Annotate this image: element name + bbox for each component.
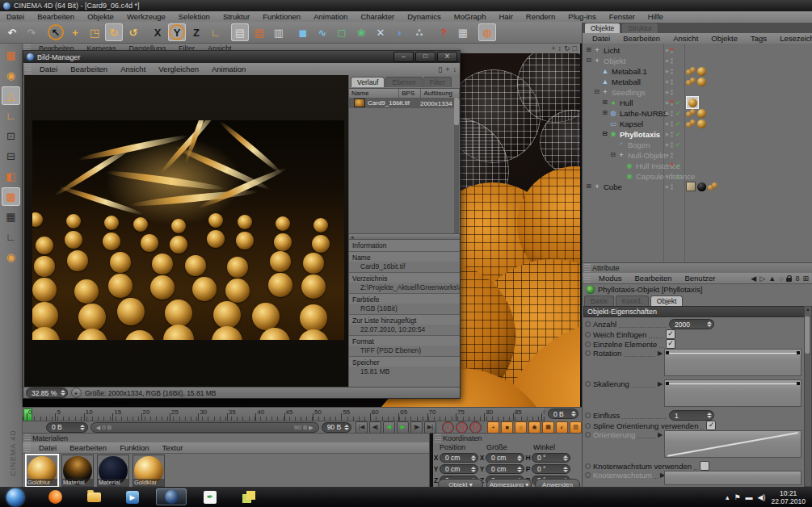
- taskbar-cinema4d[interactable]: [156, 488, 187, 505]
- minimize-button[interactable]: –: [393, 52, 414, 62]
- taskbar-explorer[interactable]: [78, 488, 109, 505]
- content-browser-icon[interactable]: ▦: [454, 23, 472, 41]
- spline-curve-widget[interactable]: [664, 379, 801, 407]
- tab-verlauf[interactable]: Verlauf: [351, 77, 385, 87]
- frame-field[interactable]: 0 B: [46, 422, 88, 433]
- taskbar-clock[interactable]: 10:21 22.07.2010: [771, 489, 806, 505]
- tree-row-bogen[interactable]: ◜Bogen✓: [583, 140, 812, 149]
- points-mode-icon[interactable]: ⊡: [2, 127, 20, 145]
- tree-row-cube[interactable]: ⊞+Cube: [583, 182, 812, 191]
- visibility-toggles[interactable]: [665, 48, 683, 53]
- menu-main-objekte[interactable]: Objekte: [81, 12, 120, 21]
- texture-tag-icon[interactable]: [697, 67, 706, 76]
- dock-panel-icon[interactable]: ↓: [453, 65, 457, 73]
- close-button[interactable]: X: [437, 52, 457, 62]
- animation-dot[interactable]: [585, 332, 591, 337]
- visibility-toggles[interactable]: ✓: [665, 173, 683, 180]
- tab-struktur[interactable]: Struktur: [621, 23, 658, 33]
- menu-om-ansicht[interactable]: Ansicht: [667, 34, 705, 43]
- fit-image-button[interactable]: ▸: [71, 388, 82, 398]
- expand-arrow-icon[interactable]: ▶: [658, 380, 664, 388]
- add-modeling-icon[interactable]: ❀: [352, 23, 370, 41]
- expand-toggle[interactable]: ⊞: [586, 48, 591, 53]
- taskbar-firefox[interactable]: [40, 488, 70, 505]
- menu-om-objekte[interactable]: Objekte: [705, 34, 744, 43]
- tree-row-hull[interactable]: ⊞●Hull✓: [583, 98, 812, 107]
- animation-dot[interactable]: [585, 321, 591, 327]
- add-nurbs-icon[interactable]: ◻: [333, 23, 351, 41]
- menu-om-datei[interactable]: Datei: [586, 34, 616, 43]
- animation-mode-icon[interactable]: ◉: [2, 248, 20, 266]
- network-icon[interactable]: ▬: [746, 493, 753, 501]
- tree-row-kapsel[interactable]: ▭Kapsel✓: [583, 119, 812, 128]
- menu-main-struktur[interactable]: Struktur: [217, 12, 256, 21]
- menu-main-rendern[interactable]: Rendern: [520, 12, 562, 21]
- pan-view-icon[interactable]: +: [551, 44, 555, 52]
- menu-main-fenster[interactable]: Fenster: [603, 12, 642, 21]
- attr-value-field[interactable]: 2000: [669, 319, 714, 329]
- menu-bm-vergleichen[interactable]: Vergleichen: [152, 65, 205, 73]
- object-axis-mode-icon[interactable]: ∟: [2, 107, 20, 125]
- online-updater-icon[interactable]: ◍: [478, 23, 496, 41]
- frame-range-slider[interactable]: ◀ 0 B 90 B ▶: [90, 422, 319, 433]
- menu-main-mograph[interactable]: MoGraph: [448, 12, 493, 21]
- material-goldblur[interactable]: Goldblur: [26, 455, 58, 487]
- visibility-toggles[interactable]: ✓: [665, 131, 683, 138]
- panel-grip[interactable]: [435, 434, 441, 442]
- panel-grip[interactable]: [584, 274, 591, 283]
- x-axis-lock-icon[interactable]: X: [149, 23, 166, 41]
- menu-main-animation[interactable]: Animation: [307, 12, 354, 21]
- model-mode-icon[interactable]: △: [2, 86, 20, 105]
- lock-icon[interactable]: [786, 275, 792, 282]
- action-center-icon[interactable]: ⚑: [734, 493, 740, 501]
- menu-bm-bearbeiten[interactable]: Bearbeiten: [64, 65, 114, 73]
- texture-axis-mode-icon[interactable]: ▦: [2, 207, 20, 226]
- panel-grip[interactable]: [584, 264, 591, 272]
- tab-objekte[interactable]: Objekte: [584, 23, 621, 33]
- menu-om-tags[interactable]: Tags: [744, 34, 773, 43]
- tree-row-metaball-1[interactable]: ▲Metaball.1: [583, 66, 812, 76]
- undo-icon[interactable]: ↶: [3, 23, 21, 41]
- add-deformer-icon[interactable]: ✕: [372, 23, 389, 41]
- animation-dot[interactable]: [585, 350, 591, 356]
- render-picture-viewer-icon[interactable]: ▤: [250, 23, 268, 41]
- material-goldklar[interactable]: Goldklar: [133, 455, 165, 487]
- spline-curve-widget[interactable]: [664, 349, 801, 376]
- zoom-level-field[interactable]: 32.85 %: [26, 388, 68, 398]
- visibility-toggles[interactable]: ✓: [665, 99, 683, 107]
- menu-main-funktionen[interactable]: Funktionen: [256, 12, 307, 21]
- tab-filter[interactable]: Filter: [423, 77, 452, 87]
- visibility-toggles[interactable]: [665, 69, 683, 74]
- tab-objekt[interactable]: Objekt: [650, 295, 684, 306]
- expand-arrow-icon[interactable]: ▶: [658, 350, 664, 357]
- add-panel-icon[interactable]: ⊞: [802, 274, 809, 283]
- current-frame-field[interactable]: 0 B: [548, 409, 578, 419]
- expand-toggle[interactable]: ⊞: [602, 100, 608, 106]
- edges-mode-icon[interactable]: ⊟: [2, 147, 20, 166]
- panel-grip[interactable]: [25, 65, 32, 73]
- expand-toggle[interactable]: ⊞: [586, 184, 591, 190]
- material-tag-icon[interactable]: [686, 67, 696, 76]
- menu-am-benutzer[interactable]: Benutzer: [678, 274, 722, 283]
- play-backward-button[interactable]: ◀: [383, 421, 395, 434]
- menu-om-lesezeichen[interactable]: Lesezeichen: [773, 34, 812, 43]
- play-button[interactable]: ▶: [397, 421, 409, 434]
- layout-grid-icon[interactable]: ▦: [2, 46, 20, 65]
- end-frame-field[interactable]: 90 B: [322, 422, 351, 433]
- tree-row-null-objekt[interactable]: ⊟+Null-Objekt: [583, 150, 812, 160]
- coordinate-field[interactable]: 0 cm: [440, 464, 478, 474]
- autokey-mode-button[interactable]: ◉: [528, 421, 541, 434]
- autokey-button[interactable]: ■: [501, 421, 513, 434]
- animation-dot[interactable]: [585, 381, 591, 387]
- attr-checkbox[interactable]: ✓: [706, 421, 716, 430]
- coordinate-field[interactable]: 0 °: [532, 464, 570, 474]
- menu-bm-datei[interactable]: Datei: [33, 65, 64, 73]
- menu-main-charakter[interactable]: Charakter: [354, 12, 401, 21]
- attr-checkbox[interactable]: ✓: [666, 329, 675, 339]
- history-back-icon[interactable]: ◀: [751, 274, 756, 283]
- material-tag-icon[interactable]: [686, 109, 696, 118]
- render-view-icon[interactable]: ▤: [231, 23, 249, 41]
- coordinate-field[interactable]: 0 cm: [486, 464, 524, 474]
- coordinate-field[interactable]: 0 cm: [486, 453, 524, 463]
- texture-mode-icon[interactable]: ▩: [2, 187, 20, 206]
